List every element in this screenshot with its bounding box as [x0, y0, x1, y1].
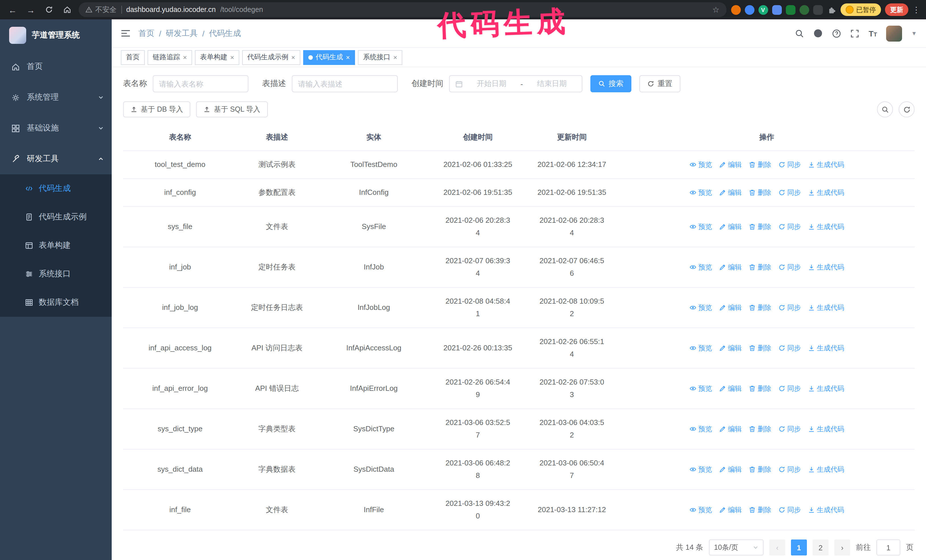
tab-codegen[interactable]: 代码生成 × [303, 50, 355, 65]
generate-code-link[interactable]: 生成代码 [808, 303, 844, 312]
edit-link[interactable]: 编辑 [719, 424, 741, 434]
tab-home[interactable]: 首页 [121, 50, 145, 65]
preview-link[interactable]: 预览 [689, 303, 712, 312]
toggle-search-button[interactable] [877, 101, 893, 117]
next-page-button[interactable]: › [834, 539, 850, 555]
page-size-select[interactable]: 10条/页 [709, 539, 764, 555]
edit-link[interactable]: 编辑 [719, 188, 741, 198]
sidebar-item-infra[interactable]: 基础设施 [0, 113, 112, 143]
sidebar-item-codegen-example[interactable]: 代码生成示例 [0, 203, 112, 231]
extension-icon-7[interactable] [813, 5, 823, 15]
breadcrumb-item[interactable]: 首页 [138, 28, 154, 38]
browser-menu-icon[interactable]: ⋮ [912, 5, 920, 14]
sync-link[interactable]: 同步 [778, 343, 801, 353]
preview-link[interactable]: 预览 [689, 424, 712, 434]
user-avatar[interactable] [886, 25, 902, 41]
preview-link[interactable]: 预览 [689, 188, 712, 198]
preview-link[interactable]: 预览 [689, 343, 712, 353]
prev-page-button[interactable]: ‹ [769, 539, 785, 555]
extensions-puzzle-icon[interactable] [826, 5, 836, 15]
generate-code-link[interactable]: 生成代码 [808, 160, 844, 169]
preview-link[interactable]: 预览 [689, 465, 712, 474]
table-name-input[interactable] [153, 75, 248, 92]
refresh-table-button[interactable] [899, 101, 915, 117]
sidebar-item-codegen[interactable]: 代码生成 [0, 174, 112, 203]
sidebar-toggle-button[interactable] [121, 29, 130, 38]
generate-code-link[interactable]: 生成代码 [808, 188, 844, 198]
delete-link[interactable]: 删除 [749, 160, 771, 169]
profile-chip-paused[interactable]: 已暂停 [840, 3, 881, 16]
tab-form-builder[interactable]: 表单构建 × [195, 50, 239, 65]
font-size-button[interactable]: TT [869, 29, 877, 38]
chrome-update-button[interactable]: 更新 [885, 3, 908, 16]
delete-link[interactable]: 删除 [749, 262, 771, 272]
tab-codegen-example[interactable]: 代码生成示例 × [242, 50, 300, 65]
edit-link[interactable]: 编辑 [719, 384, 741, 393]
edit-link[interactable]: 编辑 [719, 303, 741, 312]
sidebar-item-devtools[interactable]: 研发工具 [0, 143, 112, 174]
table-desc-input[interactable] [292, 75, 398, 92]
sidebar-item-home[interactable]: 首页 [0, 51, 112, 82]
extension-icon-6[interactable] [799, 5, 809, 15]
logo[interactable]: 芋道管理系统 [0, 20, 112, 51]
sync-link[interactable]: 同步 [778, 188, 801, 198]
extension-icon-5[interactable] [785, 5, 795, 15]
import-sql-button[interactable]: 基于 SQL 导入 [196, 101, 268, 117]
preview-link[interactable]: 预览 [689, 160, 712, 169]
fullscreen-button[interactable] [850, 29, 859, 38]
generate-code-link[interactable]: 生成代码 [808, 465, 844, 474]
delete-link[interactable]: 删除 [749, 424, 771, 434]
generate-code-link[interactable]: 生成代码 [808, 343, 844, 353]
close-icon[interactable]: × [183, 54, 187, 61]
edit-link[interactable]: 编辑 [719, 160, 741, 169]
home-button[interactable] [61, 3, 74, 17]
github-button[interactable] [814, 29, 823, 38]
sync-link[interactable]: 同步 [778, 384, 801, 393]
reload-button[interactable] [42, 3, 56, 17]
sidebar-item-api[interactable]: 系统接口 [0, 260, 112, 288]
breadcrumb-item[interactable]: 研发工具 [166, 28, 198, 38]
chevron-down-icon[interactable]: ▼ [911, 30, 917, 36]
edit-link[interactable]: 编辑 [719, 465, 741, 474]
sidebar-item-db-doc[interactable]: 数据库文档 [0, 288, 112, 317]
sync-link[interactable]: 同步 [778, 160, 801, 169]
forward-button[interactable]: → [24, 3, 38, 17]
delete-link[interactable]: 删除 [749, 465, 771, 474]
delete-link[interactable]: 删除 [749, 343, 771, 353]
generate-code-link[interactable]: 生成代码 [808, 384, 844, 393]
generate-code-link[interactable]: 生成代码 [808, 424, 844, 434]
page-button-1[interactable]: 1 [791, 539, 807, 555]
header-search-button[interactable] [795, 29, 804, 38]
delete-link[interactable]: 删除 [749, 505, 771, 515]
generate-code-link[interactable]: 生成代码 [808, 505, 844, 515]
back-button[interactable]: ← [6, 3, 20, 17]
delete-link[interactable]: 删除 [749, 222, 771, 232]
generate-code-link[interactable]: 生成代码 [808, 222, 844, 232]
sidebar-item-system[interactable]: 系统管理 [0, 82, 112, 113]
reset-button[interactable]: 重置 [639, 75, 680, 92]
preview-link[interactable]: 预览 [689, 384, 712, 393]
tab-api[interactable]: 系统接口 × [358, 50, 402, 65]
close-icon[interactable]: × [393, 54, 397, 61]
preview-link[interactable]: 预览 [689, 222, 712, 232]
sync-link[interactable]: 同步 [778, 303, 801, 312]
sync-link[interactable]: 同步 [778, 262, 801, 272]
delete-link[interactable]: 删除 [749, 303, 771, 312]
delete-link[interactable]: 删除 [749, 384, 771, 393]
sync-link[interactable]: 同步 [778, 424, 801, 434]
bookmark-star-icon[interactable]: ☆ [712, 5, 719, 14]
sync-link[interactable]: 同步 [778, 222, 801, 232]
close-icon[interactable]: × [346, 54, 350, 61]
sidebar-item-form-builder[interactable]: 表单构建 [0, 231, 112, 260]
preview-link[interactable]: 预览 [689, 262, 712, 272]
date-range-picker[interactable]: 开始日期 - 结束日期 [449, 75, 583, 92]
close-icon[interactable]: × [291, 54, 295, 61]
page-button-2[interactable]: 2 [813, 539, 829, 555]
preview-link[interactable]: 预览 [689, 505, 712, 515]
delete-link[interactable]: 删除 [749, 188, 771, 198]
import-db-button[interactable]: 基于 DB 导入 [123, 101, 191, 117]
search-button[interactable]: 搜索 [590, 75, 631, 92]
security-indicator[interactable]: 不安全 [85, 5, 117, 15]
extension-icon-4[interactable] [772, 5, 782, 15]
extension-icon-2[interactable] [744, 5, 754, 15]
